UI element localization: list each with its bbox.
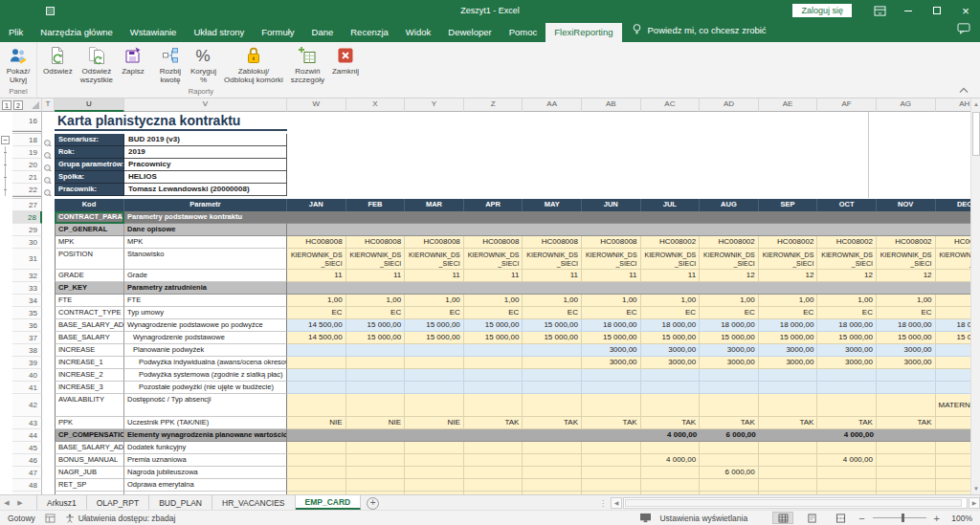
value-cell-38-mar[interactable]	[405, 344, 464, 357]
value-cell-46-oct[interactable]: 4 000,00	[817, 454, 877, 467]
value-cell-33-jun[interactable]	[582, 282, 641, 295]
value-cell-38-jul[interactable]: 3000,00	[641, 344, 701, 357]
value-cell-42-apr[interactable]	[464, 394, 523, 417]
value-cell-30-sep[interactable]: HC008002	[759, 236, 818, 249]
value-cell-28-feb[interactable]	[346, 211, 406, 224]
row-header-33[interactable]: 33	[12, 282, 42, 295]
sheet-nav-left-icon[interactable]: ◀	[0, 495, 13, 510]
param-cell[interactable]: Dane opisowe	[124, 224, 287, 236]
value-cell-46-dec[interactable]	[936, 454, 970, 467]
value-cell-47-sep[interactable]	[759, 467, 818, 479]
value-cell-36-sep[interactable]: 18 000,00	[759, 319, 818, 332]
accessibility-status[interactable]: Ułatwienia dostępu: zbadaj	[78, 514, 176, 523]
ribbon-tab-wstawianie[interactable]: Wstawianie	[122, 23, 186, 42]
value-cell-31-jul[interactable]: KIEROWNIK_DS_SIECI	[641, 249, 701, 270]
value-cell-36-apr[interactable]: 15 000,00	[464, 319, 523, 332]
kod-cell[interactable]: MPK	[55, 236, 124, 249]
value-cell-41-may[interactable]	[523, 382, 582, 394]
value-cell-28-sep[interactable]	[759, 211, 818, 224]
value-cell-30-jul[interactable]: HC008002	[641, 236, 701, 249]
param-cell[interactable]: Pozostałe podwyżki (nie ujęte w budżecie…	[124, 382, 287, 394]
param-cell[interactable]: Dostępność / Typ absencji	[124, 394, 287, 417]
value-cell-47-aug[interactable]: 6 000,00	[700, 467, 759, 479]
row-header-42[interactable]: 42	[12, 394, 42, 417]
value-cell-33-jan[interactable]	[287, 282, 346, 295]
view-page-layout-button[interactable]	[801, 512, 822, 524]
value-cell-33-nov[interactable]	[877, 282, 936, 295]
row-header-37[interactable]: 37	[12, 332, 42, 344]
value-cell-41-sep[interactable]	[759, 382, 818, 394]
value-cell-29-oct[interactable]	[817, 224, 877, 236]
value-cell-28-mar[interactable]	[405, 211, 464, 224]
value-cell-47-feb[interactable]	[346, 467, 406, 479]
value-cell-32-nov[interactable]: 12	[877, 270, 936, 282]
value-cell-34-oct[interactable]: 1,00	[817, 295, 877, 307]
magnifier-icon[interactable]	[43, 161, 54, 171]
value-cell-35-may[interactable]: EC	[523, 307, 582, 319]
kod-cell[interactable]: CP_KEY	[55, 282, 124, 295]
value-cell-40-mar[interactable]	[405, 369, 464, 382]
kod-cell[interactable]: CONTRACT_TYPE	[55, 307, 124, 319]
value-cell-28-jan[interactable]	[287, 211, 346, 224]
value-cell-31-apr[interactable]: KIEROWNIK_DS_SIECI	[464, 249, 523, 270]
ribbon-tab-uk-ad-strony[interactable]: Układ strony	[185, 23, 253, 42]
value-cell-34-aug[interactable]: 1,00	[700, 295, 759, 307]
value-cell-35-dec[interactable]: EC	[936, 307, 970, 319]
value-cell-39-nov[interactable]: 3000,00	[877, 357, 936, 369]
value-cell-48-oct[interactable]	[817, 479, 877, 492]
value-cell-42-feb[interactable]	[346, 394, 406, 417]
row-header-40[interactable]: 40	[12, 369, 42, 382]
value-cell-41-jul[interactable]	[641, 382, 701, 394]
value-cell-40-jan[interactable]	[287, 369, 346, 382]
column-header-ab[interactable]: AB	[582, 98, 641, 112]
value-cell-43-jan[interactable]: NIE	[287, 417, 346, 429]
kod-cell[interactable]: INCREASE_1	[55, 357, 124, 369]
value-cell-38-nov[interactable]: 3000,00	[877, 344, 936, 357]
value-cell-36-may[interactable]: 15 000,00	[523, 319, 582, 332]
value-cell-29-sep[interactable]	[759, 224, 818, 236]
value-cell-46-may[interactable]	[523, 454, 582, 467]
value-cell-47-apr[interactable]	[464, 467, 523, 479]
value-cell-43-oct[interactable]: TAK	[817, 417, 877, 429]
zoom-in-icon[interactable]: +	[934, 514, 940, 523]
kod-cell[interactable]: CP_GENERAL	[55, 224, 124, 236]
value-cell-32-sep[interactable]: 12	[759, 270, 818, 282]
param-cell[interactable]: Podwyżka indywidualna (awans/ocena okres…	[124, 357, 287, 369]
scroll-up-icon[interactable]: ▲	[971, 98, 980, 110]
value-cell-29-aug[interactable]	[700, 224, 759, 236]
ribbon-tab-dane[interactable]: Dane	[303, 23, 343, 42]
row-header-36[interactable]: 36	[12, 319, 42, 332]
quick-access-toolbar[interactable]	[46, 7, 55, 15]
row-header-27[interactable]: 27	[12, 199, 42, 211]
value-cell-39-jul[interactable]: 3000,00	[641, 357, 701, 369]
param-cell[interactable]: FTE	[124, 295, 287, 307]
horizontal-scrollbar[interactable]: ⋮ ◀ ▶	[599, 495, 980, 511]
value-cell-38-aug[interactable]: 3000,00	[700, 344, 759, 357]
param-cell[interactable]: Stanowisko	[124, 249, 287, 270]
value-cell-30-apr[interactable]: HC008008	[464, 236, 523, 249]
zoom-slider[interactable]	[873, 517, 926, 518]
value-cell-31-aug[interactable]: KIEROWNIK_DS_SIECI	[700, 249, 759, 270]
value-cell-37-oct[interactable]: 15 000,00	[817, 332, 877, 344]
kod-cell[interactable]: BASE_SALARY	[55, 332, 124, 344]
outline-collapse-button[interactable]: −	[1, 136, 10, 144]
kod-cell[interactable]: BASE_SALARY_ADJ	[55, 319, 124, 332]
value-cell-47-nov[interactable]	[877, 467, 936, 479]
column-header-ac[interactable]: AC	[641, 98, 701, 112]
value-cell-38-may[interactable]	[523, 344, 582, 357]
value-cell-37-jan[interactable]: 14 500,00	[287, 332, 346, 344]
value-cell-30-nov[interactable]: HC008002	[877, 236, 936, 249]
column-header-ah[interactable]: AH	[936, 98, 970, 112]
value-cell-37-apr[interactable]: 15 000,00	[464, 332, 523, 344]
column-header-ad[interactable]: AD	[700, 98, 759, 112]
value-cell-33-sep[interactable]	[759, 282, 818, 295]
kod-cell[interactable]: BASE_SALARY_ADD	[55, 442, 124, 454]
zoom-slider-thumb[interactable]	[902, 514, 904, 522]
value-cell-38-jan[interactable]	[287, 344, 346, 357]
value-cell-40-dec[interactable]	[936, 369, 970, 382]
value-cell-28-dec[interactable]	[936, 211, 970, 224]
value-cell-42-jun[interactable]	[582, 394, 641, 417]
value-cell-46-feb[interactable]	[346, 454, 406, 467]
value-cell-33-jul[interactable]	[641, 282, 701, 295]
value-cell-28-jun[interactable]	[582, 211, 641, 224]
